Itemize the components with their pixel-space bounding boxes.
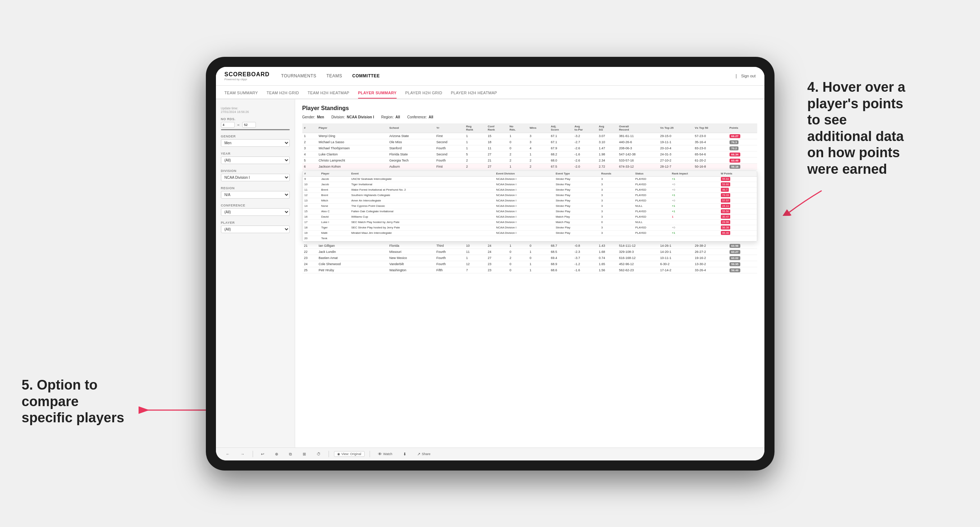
- nav-links: TOURNAMENTS TEAMS COMMITTEE: [281, 73, 380, 78]
- content-area: Player Standings Gender: Men Division: N…: [295, 99, 764, 448]
- table-row: 24 Cole Sherwood Vanderbilt Fourth 12 23…: [302, 261, 757, 267]
- col-vs50: Vs Top 50: [693, 124, 728, 133]
- forward-btn[interactable]: →: [238, 451, 248, 457]
- share-btn[interactable]: ↗ Share: [414, 451, 433, 457]
- sidebar-conference: Conference (All): [221, 203, 290, 216]
- player-select[interactable]: (All): [221, 225, 290, 233]
- tab-player-summary[interactable]: PLAYER SUMMARY: [358, 90, 397, 98]
- top-nav: SCOREBOARD Powered by clippi TOURNAMENTS…: [216, 67, 764, 86]
- tab-team-h2h-grid[interactable]: TEAM H2H GRID: [267, 90, 299, 98]
- bottom-toolbar: ← → ↩ ⊕ ⧉ ⊞ ⏱ ◉ View: Original 👁 Watch ⬇: [216, 448, 764, 460]
- popup-table-row: 18 Tiger SEC Stroke Play hosted by Jerry…: [303, 225, 757, 230]
- sidebar-gender: Gender Men: [221, 135, 290, 147]
- arrow-bottom-left-icon: [135, 399, 207, 421]
- filter-row: Gender: Men Division: NCAA Division I Re…: [302, 115, 757, 119]
- col-wins: Wins: [528, 124, 549, 133]
- annotation-top-right: 4. Hover over a player's points to see a…: [807, 79, 958, 178]
- share-icon: ↗: [417, 452, 420, 457]
- download-icon: ⬇: [403, 452, 406, 457]
- nav-tournaments[interactable]: TOURNAMENTS: [281, 73, 317, 78]
- standings-table: # Player School Yr RegRank ConfRank NoRd…: [302, 124, 757, 273]
- sidebar-region: Region N/A: [221, 186, 290, 198]
- tab-team-h2h-heatmap[interactable]: TEAM H2H HEATMAP: [308, 90, 350, 98]
- col-vs25: Vs Top 25: [658, 124, 693, 133]
- col-points: Points: [728, 124, 757, 133]
- clock-icon: ⏱: [317, 452, 321, 456]
- nav-committee[interactable]: COMMITTEE: [352, 73, 380, 78]
- logo-area: SCOREBOARD Powered by clippi: [224, 71, 270, 81]
- col-to-par: Avgto-Par: [573, 124, 597, 133]
- view-original-btn[interactable]: ◉ View: Original: [334, 451, 364, 457]
- tablet-frame: SCOREBOARD Powered by clippi TOURNAMENTS…: [206, 57, 775, 470]
- no-rds-min-input[interactable]: [221, 122, 235, 128]
- toolbar-sep-3: [370, 451, 370, 457]
- page-title: Player Standings: [302, 105, 757, 111]
- popup-table-row: 10 Jacob Tiger Invitational NCAA Divisio…: [303, 182, 757, 187]
- zoom-btn[interactable]: ⊕: [272, 451, 281, 457]
- filter-gender: Gender: Men: [302, 115, 324, 119]
- sidebar-division: Division NCAA Division I: [221, 169, 290, 181]
- forward-icon: →: [241, 452, 245, 456]
- logo-title: SCOREBOARD: [224, 71, 270, 78]
- copy-icon: ⧉: [289, 452, 292, 457]
- popup-table-row: 11 Brent Wake Forest Invitational at Pin…: [303, 187, 757, 192]
- filter-conference: Conference: All: [407, 115, 433, 119]
- filter-region: Region: All: [381, 115, 400, 119]
- download-btn[interactable]: ⬇: [400, 451, 409, 457]
- paste-btn[interactable]: ⊞: [300, 451, 309, 457]
- tablet-screen: SCOREBOARD Powered by clippi TOURNAMENTS…: [216, 67, 764, 460]
- back-btn[interactable]: ←: [223, 451, 233, 457]
- nav-left: SCOREBOARD Powered by clippi TOURNAMENTS…: [224, 71, 380, 81]
- region-select[interactable]: N/A: [221, 191, 290, 198]
- zoom-icon: ⊕: [275, 452, 278, 457]
- sidebar: Update time: 27/01/2024 16:56:26 No Rds.…: [216, 99, 295, 448]
- update-time: Update time: 27/01/2024 16:56:26: [221, 106, 290, 114]
- division-select[interactable]: NCAA Division I: [221, 174, 290, 181]
- table-row: 2 Michael La Sasso Ole Miss Second 1 18 …: [302, 139, 757, 145]
- popup-table-row: 20 Tenk: [303, 236, 757, 241]
- conference-select[interactable]: (All): [221, 208, 290, 216]
- table-row: 3 Michael Thorbjornsen Stanford Fourth 1…: [302, 145, 757, 151]
- copy-btn[interactable]: ⧉: [286, 451, 295, 457]
- popup-row: # Player Event Event Division Event Type…: [302, 170, 757, 243]
- nav-right: | Sign out: [736, 73, 756, 78]
- col-player: Player: [317, 124, 388, 133]
- no-rds-slider[interactable]: [221, 129, 290, 130]
- nav-teams[interactable]: TEAMS: [326, 73, 342, 78]
- tab-team-summary[interactable]: TEAM SUMMARY: [224, 90, 258, 98]
- table-row: 4 Luke Clanton Florida State Second 5 27…: [302, 151, 757, 157]
- table-row: 5 Christo Lamprecht Georgia Tech Fourth …: [302, 157, 757, 163]
- no-rds-max-input[interactable]: [242, 122, 256, 128]
- table-row: 23 Bastien Amat New Mexico Fourth 1 27 2…: [302, 255, 757, 261]
- popup-table-row: 9 Jacob UNCW Seahawk Intercollegiate NCA…: [303, 176, 757, 182]
- col-avg-sg: AvgSG: [597, 124, 617, 133]
- toolbar-sep-2: [329, 451, 329, 457]
- col-school: School: [388, 124, 435, 133]
- tab-player-h2h-grid[interactable]: PLAYER H2H GRID: [405, 90, 442, 98]
- col-yr: Yr: [434, 124, 464, 133]
- popup-table-row: 13 Mitch Amer An Intercollegiate NCAA Di…: [303, 198, 757, 203]
- col-no-rds: NoRds.: [508, 124, 528, 133]
- popup-table-row: 12 Brent Southern Highlands Collegiate N…: [303, 192, 757, 198]
- table-row: 6 Jackson Kohon Auburn First 2 27 1 2 67…: [302, 163, 757, 170]
- filter-division: Division: NCAA Division I: [331, 115, 374, 119]
- watch-btn[interactable]: 👁 Watch: [375, 451, 395, 457]
- table-row: 1 Wenyi Ding Arizona State First 1 15 1 …: [302, 133, 757, 139]
- toolbar-sep-1: [253, 451, 253, 457]
- col-overall: OverallRecord: [617, 124, 658, 133]
- gender-select[interactable]: Men: [221, 139, 290, 147]
- pipe-separator: |: [736, 73, 737, 78]
- clock-btn[interactable]: ⏱: [314, 451, 323, 457]
- annotation-bottom-left: 5. Option to compare specific players: [22, 377, 144, 426]
- hover-popup: # Player Event Event Division Event Type…: [302, 170, 757, 242]
- sign-out-link[interactable]: Sign out: [741, 74, 756, 78]
- year-select[interactable]: (All): [221, 157, 290, 164]
- tab-player-h2h-heatmap[interactable]: PLAYER H2H HEATMAP: [451, 90, 497, 98]
- col-num: #: [302, 124, 317, 133]
- logo-sub: Powered by clippi: [224, 78, 270, 81]
- table-row: 21 Ian Gilligan Florida Third 10 24 1 0 …: [302, 243, 757, 249]
- main-content: Update time: 27/01/2024 16:56:26 No Rds.…: [216, 99, 764, 448]
- undo-btn[interactable]: ↩: [258, 451, 267, 457]
- table-row: 22 Jack Lundin Missouri Fourth 11 24 0 1…: [302, 249, 757, 255]
- sidebar-no-rds: No Rds. –: [221, 117, 290, 130]
